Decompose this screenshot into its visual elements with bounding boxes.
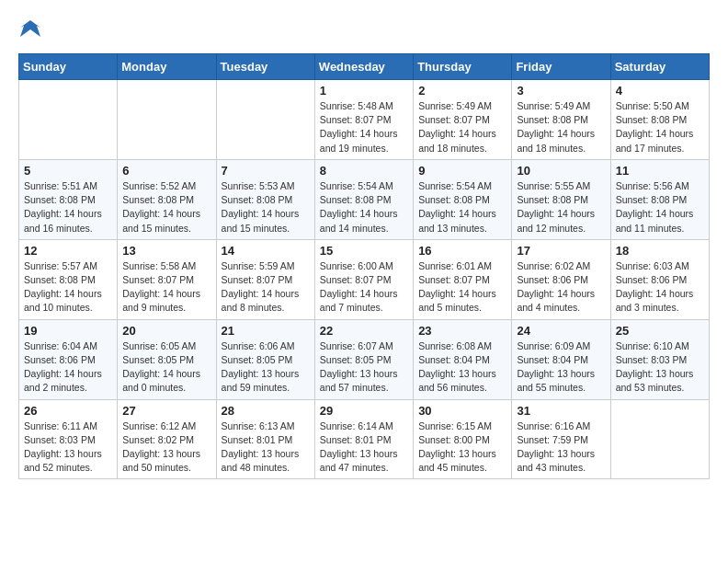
cell-content: Sunrise: 6:06 AMSunset: 8:05 PMDaylight:… — [222, 339, 310, 396]
day-number: 16 — [418, 244, 506, 258]
day-number: 17 — [517, 244, 605, 258]
day-number: 7 — [222, 164, 310, 178]
calendar-cell: 24Sunrise: 6:09 AMSunset: 8:04 PMDayligh… — [512, 319, 610, 399]
cell-content: Sunrise: 5:48 AMSunset: 8:07 PMDaylight:… — [320, 99, 408, 155]
calendar-cell: 4Sunrise: 5:50 AMSunset: 8:08 PMDaylight… — [610, 80, 709, 160]
day-number: 10 — [517, 164, 605, 178]
day-number: 30 — [418, 404, 506, 418]
cell-content: Sunrise: 5:54 AMSunset: 8:08 PMDaylight:… — [418, 179, 506, 236]
cell-content: Sunrise: 6:10 AMSunset: 8:03 PMDaylight:… — [616, 339, 704, 396]
cell-content: Sunrise: 6:04 AMSunset: 8:06 PMDaylight:… — [24, 339, 112, 396]
calendar-cell: 15Sunrise: 6:00 AMSunset: 8:07 PMDayligh… — [314, 239, 413, 319]
calendar-cell: 7Sunrise: 5:53 AMSunset: 8:08 PMDaylight… — [216, 159, 314, 239]
cell-content: Sunrise: 6:09 AMSunset: 8:04 PMDaylight:… — [517, 339, 605, 396]
day-header-sunday: Sunday — [19, 54, 118, 80]
cell-content: Sunrise: 5:51 AMSunset: 8:08 PMDaylight:… — [24, 179, 112, 236]
day-header-tuesday: Tuesday — [216, 54, 314, 80]
day-number: 3 — [517, 84, 605, 98]
day-number: 2 — [418, 84, 506, 98]
calendar-cell: 21Sunrise: 6:06 AMSunset: 8:05 PMDayligh… — [216, 319, 314, 399]
logo — [18, 18, 40, 44]
day-number: 19 — [24, 324, 112, 338]
calendar-cell: 28Sunrise: 6:13 AMSunset: 8:01 PMDayligh… — [216, 399, 314, 479]
cell-content: Sunrise: 6:14 AMSunset: 8:01 PMDaylight:… — [320, 419, 408, 476]
calendar-cell: 18Sunrise: 6:03 AMSunset: 8:06 PMDayligh… — [610, 239, 709, 319]
day-header-monday: Monday — [118, 54, 216, 80]
cell-content: Sunrise: 6:16 AMSunset: 7:59 PMDaylight:… — [517, 419, 605, 476]
day-number: 24 — [517, 324, 605, 338]
day-header-friday: Friday — [512, 54, 610, 80]
calendar-cell: 22Sunrise: 6:07 AMSunset: 8:05 PMDayligh… — [314, 319, 413, 399]
calendar-cell — [216, 80, 314, 160]
cell-content: Sunrise: 6:02 AMSunset: 8:06 PMDaylight:… — [517, 259, 605, 316]
calendar-cell — [118, 80, 216, 160]
cell-content: Sunrise: 6:08 AMSunset: 8:04 PMDaylight:… — [418, 339, 506, 396]
calendar-cell: 2Sunrise: 5:49 AMSunset: 8:07 PMDaylight… — [414, 80, 512, 160]
cell-content: Sunrise: 5:52 AMSunset: 8:08 PMDaylight:… — [122, 179, 210, 236]
calendar-cell: 11Sunrise: 5:56 AMSunset: 8:08 PMDayligh… — [610, 159, 709, 239]
day-number: 9 — [418, 164, 506, 178]
day-number: 28 — [222, 404, 310, 418]
cell-content: Sunrise: 6:12 AMSunset: 8:02 PMDaylight:… — [122, 419, 210, 476]
calendar-table: SundayMondayTuesdayWednesdayThursdayFrid… — [18, 53, 710, 479]
cell-content: Sunrise: 6:13 AMSunset: 8:01 PMDaylight:… — [222, 419, 310, 476]
day-number: 23 — [418, 324, 506, 338]
cell-content: Sunrise: 5:58 AMSunset: 8:07 PMDaylight:… — [122, 259, 210, 316]
calendar-cell: 26Sunrise: 6:11 AMSunset: 8:03 PMDayligh… — [19, 399, 118, 479]
calendar-cell — [19, 80, 118, 160]
cell-content: Sunrise: 6:00 AMSunset: 8:07 PMDaylight:… — [320, 259, 408, 316]
cell-content: Sunrise: 5:59 AMSunset: 8:07 PMDaylight:… — [222, 259, 310, 316]
cell-content: Sunrise: 5:54 AMSunset: 8:08 PMDaylight:… — [320, 179, 408, 236]
cell-content: Sunrise: 5:50 AMSunset: 8:08 PMDaylight:… — [616, 99, 704, 155]
day-number: 11 — [616, 164, 704, 178]
week-row-2: 5Sunrise: 5:51 AMSunset: 8:08 PMDaylight… — [19, 159, 710, 239]
day-number: 5 — [24, 164, 112, 178]
day-number: 14 — [222, 244, 310, 258]
day-number: 21 — [222, 324, 310, 338]
cell-content: Sunrise: 6:01 AMSunset: 8:07 PMDaylight:… — [418, 259, 506, 316]
cell-content: Sunrise: 5:55 AMSunset: 8:08 PMDaylight:… — [517, 179, 605, 236]
day-header-saturday: Saturday — [610, 54, 709, 80]
day-header-wednesday: Wednesday — [314, 54, 413, 80]
calendar-cell: 27Sunrise: 6:12 AMSunset: 8:02 PMDayligh… — [118, 399, 216, 479]
day-number: 26 — [24, 404, 112, 418]
cell-content: Sunrise: 6:07 AMSunset: 8:05 PMDaylight:… — [320, 339, 408, 396]
calendar-cell: 19Sunrise: 6:04 AMSunset: 8:06 PMDayligh… — [19, 319, 118, 399]
calendar-cell: 8Sunrise: 5:54 AMSunset: 8:08 PMDaylight… — [314, 159, 413, 239]
week-row-4: 19Sunrise: 6:04 AMSunset: 8:06 PMDayligh… — [19, 319, 710, 399]
day-number: 12 — [24, 244, 112, 258]
calendar-cell: 29Sunrise: 6:14 AMSunset: 8:01 PMDayligh… — [314, 399, 413, 479]
calendar-cell: 20Sunrise: 6:05 AMSunset: 8:05 PMDayligh… — [118, 319, 216, 399]
day-number: 20 — [122, 324, 210, 338]
day-number: 8 — [320, 164, 408, 178]
week-row-1: 1Sunrise: 5:48 AMSunset: 8:07 PMDaylight… — [19, 80, 710, 160]
calendar-cell: 10Sunrise: 5:55 AMSunset: 8:08 PMDayligh… — [512, 159, 610, 239]
calendar-cell: 3Sunrise: 5:49 AMSunset: 8:08 PMDaylight… — [512, 80, 610, 160]
calendar-cell: 14Sunrise: 5:59 AMSunset: 8:07 PMDayligh… — [216, 239, 314, 319]
logo-bird-icon — [20, 18, 40, 44]
calendar-cell: 12Sunrise: 5:57 AMSunset: 8:08 PMDayligh… — [19, 239, 118, 319]
cell-content: Sunrise: 6:05 AMSunset: 8:05 PMDaylight:… — [122, 339, 210, 396]
day-number: 22 — [320, 324, 408, 338]
day-number: 4 — [616, 84, 704, 98]
day-header-thursday: Thursday — [414, 54, 512, 80]
calendar-cell: 1Sunrise: 5:48 AMSunset: 8:07 PMDaylight… — [314, 80, 413, 160]
week-row-3: 12Sunrise: 5:57 AMSunset: 8:08 PMDayligh… — [19, 239, 710, 319]
day-number: 18 — [616, 244, 704, 258]
day-number: 1 — [320, 84, 408, 98]
svg-marker-0 — [20, 20, 40, 37]
cell-content: Sunrise: 6:03 AMSunset: 8:06 PMDaylight:… — [616, 259, 704, 316]
cell-content: Sunrise: 6:15 AMSunset: 8:00 PMDaylight:… — [418, 419, 506, 476]
calendar-cell: 17Sunrise: 6:02 AMSunset: 8:06 PMDayligh… — [512, 239, 610, 319]
day-number: 25 — [616, 324, 704, 338]
day-number: 27 — [122, 404, 210, 418]
day-number: 15 — [320, 244, 408, 258]
cell-content: Sunrise: 5:56 AMSunset: 8:08 PMDaylight:… — [616, 179, 704, 236]
calendar-cell: 30Sunrise: 6:15 AMSunset: 8:00 PMDayligh… — [414, 399, 512, 479]
cell-content: Sunrise: 5:49 AMSunset: 8:07 PMDaylight:… — [418, 99, 506, 155]
cell-content: Sunrise: 6:11 AMSunset: 8:03 PMDaylight:… — [24, 419, 112, 476]
calendar-cell: 6Sunrise: 5:52 AMSunset: 8:08 PMDaylight… — [118, 159, 216, 239]
calendar-cell: 23Sunrise: 6:08 AMSunset: 8:04 PMDayligh… — [414, 319, 512, 399]
calendar-cell: 25Sunrise: 6:10 AMSunset: 8:03 PMDayligh… — [610, 319, 709, 399]
calendar-cell: 13Sunrise: 5:58 AMSunset: 8:07 PMDayligh… — [118, 239, 216, 319]
